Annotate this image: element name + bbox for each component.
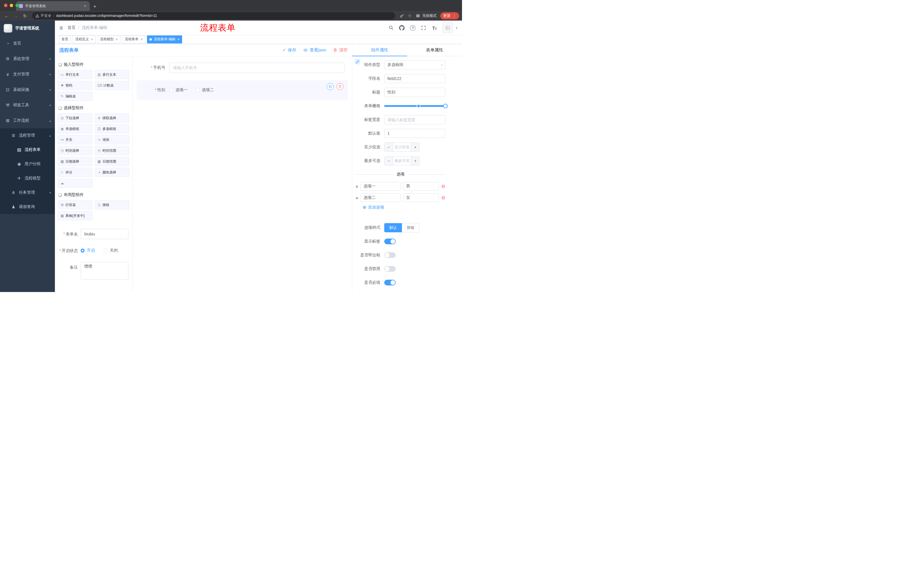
option-label-input[interactable] — [361, 182, 401, 191]
comp-item-time-range[interactable]: ◴时间范围 — [95, 146, 130, 155]
avatar[interactable] — [442, 22, 453, 33]
comp-item-time-picker[interactable]: ◷时间选择 — [58, 146, 92, 155]
sidebar-item-workflow[interactable]: ⊠ 工作流程 ▴ — [0, 113, 55, 128]
close-icon[interactable]: × — [116, 38, 118, 41]
comp-item-radio-group[interactable]: ◉单选框组 — [58, 124, 92, 133]
comp-item-date-picker[interactable]: ▦日期选择 — [58, 157, 92, 166]
remove-option-icon[interactable]: ⊖ — [441, 195, 446, 200]
tag-process-model[interactable]: 流程模型 × — [97, 35, 120, 43]
password-key-icon[interactable] — [400, 13, 404, 18]
close-window-button[interactable] — [4, 4, 7, 7]
sidebar-item-process-management[interactable]: ≣ 流程管理 ▴ — [0, 128, 55, 143]
drag-handle-icon[interactable]: ≡ — [356, 196, 358, 200]
decrease-button[interactable]: − — [384, 143, 393, 151]
drag-handle-icon[interactable]: ≡ — [356, 184, 358, 189]
close-icon[interactable]: × — [178, 38, 180, 41]
style-button-button[interactable]: 按钮 — [402, 223, 419, 232]
checkbox-option-1[interactable]: 选项一 — [169, 87, 188, 92]
tab-close-icon[interactable]: × — [84, 4, 87, 8]
bookmark-star-icon[interactable]: ☆ — [408, 13, 412, 18]
tag-home[interactable]: 首页 — [59, 35, 71, 43]
comp-item-switch[interactable]: ⊶开关 — [58, 135, 92, 144]
sidebar-item-process-model[interactable]: ✈ 流程模型 — [0, 171, 55, 186]
min-select-value[interactable]: 至少应选 — [393, 143, 411, 151]
close-icon[interactable]: × — [140, 38, 143, 41]
disabled-switch[interactable] — [384, 266, 396, 272]
phone-field-row[interactable]: 手机号 — [137, 63, 348, 73]
new-tab-button[interactable]: + — [93, 4, 96, 9]
option-label-input[interactable] — [361, 193, 401, 202]
comp-item-upload[interactable]: ☁ — [58, 179, 92, 188]
option-value-input[interactable] — [403, 193, 439, 202]
sidebar-item-process-form[interactable]: ▤ 流程表单 — [0, 143, 55, 157]
comp-item-checkbox-group[interactable]: ☑多选框组 — [95, 124, 130, 133]
breadcrumb-home[interactable]: 首页 — [68, 25, 76, 30]
clear-button[interactable]: 清空 — [333, 48, 348, 53]
field-name-input[interactable] — [384, 74, 446, 83]
checkbox-option-2[interactable]: 选项二 — [196, 87, 214, 92]
max-select-value[interactable]: 最多可选 — [393, 156, 411, 165]
forward-button[interactable]: → — [12, 14, 20, 18]
increase-button[interactable]: + — [411, 156, 419, 165]
comp-item-password[interactable]: ✱密码 — [58, 81, 92, 90]
gender-field-row[interactable]: 性别 选项一 选项二 — [137, 80, 348, 100]
fullscreen-icon[interactable] — [421, 25, 427, 31]
comp-item-date-range[interactable]: ▩日期范围 — [95, 157, 130, 166]
sidebar-toggle-icon[interactable]: ≡ — [59, 25, 63, 31]
search-icon[interactable] — [388, 25, 394, 31]
default-value-input[interactable] — [384, 129, 446, 138]
tag-process-form[interactable]: 流程表单 × — [122, 35, 145, 43]
title-input[interactable] — [384, 88, 446, 97]
browser-tab[interactable]: 芋道管理系统 × — [16, 1, 90, 11]
comp-item-textarea[interactable]: ▤多行文本 — [95, 70, 130, 79]
option-value-input[interactable] — [403, 182, 439, 191]
increase-button[interactable]: + — [411, 143, 419, 151]
comp-item-row-container[interactable]: ⊞行容器 — [58, 200, 92, 209]
add-option-button[interactable]: ⊕ 添加选项 — [363, 205, 446, 210]
form-remark-textarea[interactable]: 嘿嘿 — [81, 262, 129, 280]
tab-form-props[interactable]: 表单属性 — [407, 44, 462, 56]
grid-slider[interactable] — [384, 102, 446, 110]
url-bar[interactable]: 不安全 dashboard.yudao.iocoder.cn/bpm/manag… — [32, 12, 395, 20]
component-type-select[interactable]: 多选框组 ▾ — [384, 60, 446, 69]
tag-process-form-edit[interactable]: 流程表单-编辑 × — [147, 35, 182, 43]
sidebar-item-payment[interactable]: ¥ 支付管理 ▾ — [0, 67, 55, 82]
show-label-switch[interactable] — [384, 239, 396, 244]
sidebar-item-task-management[interactable]: ⋔ 任务管理 ▾ — [0, 186, 55, 200]
form-name-input[interactable] — [81, 229, 129, 239]
zoom-window-button[interactable] — [15, 4, 19, 7]
github-icon[interactable] — [399, 25, 405, 31]
sidebar-item-infrastructure[interactable]: ⊡ 基础设施 ▾ — [0, 82, 55, 97]
comp-item-color-picker[interactable]: ◑颜色选择 — [95, 168, 130, 177]
update-button[interactable]: 更新 ⋮ — [440, 12, 459, 20]
minimize-window-button[interactable] — [10, 4, 13, 7]
slider-track[interactable] — [384, 105, 446, 107]
sidebar-item-home[interactable]: ◔ 首页 — [0, 36, 55, 51]
comp-item-slider[interactable]: ⊸滑块 — [95, 135, 130, 144]
comp-item-editor[interactable]: ✎编辑器 — [58, 92, 92, 101]
comp-item-cascader[interactable]: ⋔级联选择 — [95, 114, 130, 123]
required-switch[interactable] — [384, 280, 396, 285]
save-button[interactable]: ✓ 保存 — [282, 48, 297, 53]
close-icon[interactable]: × — [91, 38, 93, 41]
slider-handle[interactable] — [443, 104, 448, 108]
tag-process-definition[interactable]: 流程定义 × — [73, 35, 96, 43]
phone-input[interactable] — [169, 63, 345, 73]
back-button[interactable]: ← — [3, 14, 10, 18]
comp-item-button[interactable]: ◻按钮 — [95, 200, 130, 209]
decrease-button[interactable]: − — [384, 156, 393, 165]
radio-closed[interactable]: 关闭 — [104, 248, 118, 253]
delete-field-button[interactable] — [337, 83, 343, 90]
comp-item-table[interactable]: ▦表格[开发中] — [58, 211, 92, 220]
comp-item-select[interactable]: ◎下拉选择 — [58, 114, 92, 123]
font-size-icon[interactable]: TT — [431, 25, 438, 31]
sidebar-item-user-group[interactable]: ◉ 用户分组 — [0, 157, 55, 171]
view-json-button[interactable]: 查看json — [303, 48, 326, 53]
link-icon[interactable] — [355, 59, 360, 64]
security-indicator[interactable]: 不安全 — [35, 13, 51, 18]
label-width-input[interactable] — [384, 115, 446, 124]
browser-menu-icon[interactable]: ⋮ — [452, 14, 456, 18]
reload-button[interactable]: ↻ — [21, 14, 29, 18]
avatar-caret-icon[interactable]: ▾ — [456, 26, 457, 30]
copy-field-button[interactable] — [327, 83, 333, 90]
